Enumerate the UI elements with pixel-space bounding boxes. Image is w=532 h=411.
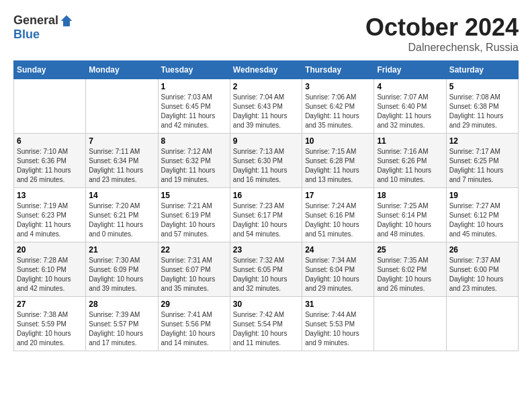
day-detail: Sunrise: 7:30 AMSunset: 6:09 PMDaylight:…: [89, 256, 154, 293]
day-detail: Sunrise: 7:08 AMSunset: 6:38 PMDaylight:…: [449, 93, 515, 130]
calendar-cell: 10Sunrise: 7:15 AMSunset: 6:28 PMDayligh…: [302, 134, 374, 188]
day-detail: Sunrise: 7:06 AMSunset: 6:42 PMDaylight:…: [305, 93, 371, 130]
day-detail: Sunrise: 7:38 AMSunset: 5:59 PMDaylight:…: [17, 310, 83, 348]
day-number: 21: [89, 245, 154, 255]
day-detail: Sunrise: 7:16 AMSunset: 6:26 PMDaylight:…: [377, 147, 443, 185]
day-detail: Sunrise: 7:21 AMSunset: 6:19 PMDaylight:…: [161, 201, 227, 239]
day-detail: Sunrise: 7:07 AMSunset: 6:40 PMDaylight:…: [377, 93, 443, 130]
calendar-cell: 15Sunrise: 7:21 AMSunset: 6:19 PMDayligh…: [158, 188, 230, 242]
day-detail: Sunrise: 7:25 AMSunset: 6:14 PMDaylight:…: [377, 201, 443, 239]
calendar-cell: 29Sunrise: 7:41 AMSunset: 5:56 PMDayligh…: [158, 297, 230, 351]
day-number: 30: [233, 300, 299, 309]
day-detail: Sunrise: 7:44 AMSunset: 5:53 PMDaylight:…: [305, 310, 371, 348]
logo-blue-text: Blue: [13, 28, 40, 42]
calendar-cell: [374, 297, 446, 351]
day-number: 17: [305, 191, 371, 200]
day-number: 12: [449, 136, 515, 146]
calendar-cell: 14Sunrise: 7:20 AMSunset: 6:21 PMDayligh…: [86, 188, 158, 242]
day-detail: Sunrise: 7:19 AMSunset: 6:23 PMDaylight:…: [17, 201, 83, 239]
day-number: 18: [377, 191, 443, 200]
day-number: 3: [305, 82, 371, 91]
location: Dalnerechensk, Russia: [365, 42, 519, 54]
day-number: 29: [161, 300, 227, 309]
logo-icon: [60, 14, 73, 28]
day-detail: Sunrise: 7:39 AMSunset: 5:57 PMDaylight:…: [89, 310, 154, 348]
calendar-cell: [446, 297, 518, 351]
calendar-cell: 18Sunrise: 7:25 AMSunset: 6:14 PMDayligh…: [374, 188, 446, 242]
day-number: 2: [233, 82, 299, 91]
day-number: 11: [377, 136, 443, 146]
day-detail: Sunrise: 7:15 AMSunset: 6:28 PMDaylight:…: [305, 147, 371, 185]
calendar-table: SundayMondayTuesdayWednesdayThursdayFrid…: [13, 60, 519, 351]
calendar-cell: 24Sunrise: 7:34 AMSunset: 6:04 PMDayligh…: [302, 242, 374, 297]
calendar-week-row: 13Sunrise: 7:19 AMSunset: 6:23 PMDayligh…: [14, 188, 519, 242]
day-detail: Sunrise: 7:34 AMSunset: 6:04 PMDaylight:…: [305, 256, 371, 293]
calendar-cell: 7Sunrise: 7:11 AMSunset: 6:34 PMDaylight…: [86, 134, 158, 188]
day-number: 27: [17, 300, 83, 309]
calendar-cell: 31Sunrise: 7:44 AMSunset: 5:53 PMDayligh…: [302, 297, 374, 351]
day-number: 20: [17, 245, 83, 255]
header-row: SundayMondayTuesdayWednesdayThursdayFrid…: [14, 61, 519, 79]
day-number: 24: [305, 245, 371, 255]
day-detail: Sunrise: 7:35 AMSunset: 6:02 PMDaylight:…: [377, 256, 443, 293]
day-number: 10: [305, 136, 371, 146]
calendar-cell: 2Sunrise: 7:04 AMSunset: 6:43 PMDaylight…: [230, 79, 302, 134]
calendar-cell: 11Sunrise: 7:16 AMSunset: 6:26 PMDayligh…: [374, 134, 446, 188]
title-block: October 2024 Dalnerechensk, Russia: [365, 13, 519, 54]
calendar-week-row: 6Sunrise: 7:10 AMSunset: 6:36 PMDaylight…: [14, 134, 519, 188]
logo-general-text: General: [13, 13, 58, 28]
day-number: 1: [161, 82, 227, 91]
calendar-cell: [86, 79, 158, 134]
month-title: October 2024: [365, 13, 519, 42]
calendar-cell: 17Sunrise: 7:24 AMSunset: 6:16 PMDayligh…: [302, 188, 374, 242]
calendar-week-row: 20Sunrise: 7:28 AMSunset: 6:10 PMDayligh…: [14, 242, 519, 297]
day-number: 6: [17, 136, 83, 146]
day-header: Friday: [374, 61, 446, 79]
logo: General Blue: [13, 13, 73, 42]
day-number: 13: [17, 191, 83, 200]
calendar-cell: 19Sunrise: 7:27 AMSunset: 6:12 PMDayligh…: [446, 188, 518, 242]
day-header: Thursday: [302, 61, 374, 79]
day-detail: Sunrise: 7:27 AMSunset: 6:12 PMDaylight:…: [449, 201, 515, 239]
calendar-cell: 22Sunrise: 7:31 AMSunset: 6:07 PMDayligh…: [158, 242, 230, 297]
day-number: 4: [377, 82, 443, 91]
calendar-cell: 30Sunrise: 7:42 AMSunset: 5:54 PMDayligh…: [230, 297, 302, 351]
day-header: Monday: [86, 61, 158, 79]
calendar-cell: 5Sunrise: 7:08 AMSunset: 6:38 PMDaylight…: [446, 79, 518, 134]
day-number: 16: [233, 191, 299, 200]
calendar-cell: 12Sunrise: 7:17 AMSunset: 6:25 PMDayligh…: [446, 134, 518, 188]
calendar-cell: 25Sunrise: 7:35 AMSunset: 6:02 PMDayligh…: [374, 242, 446, 297]
day-detail: Sunrise: 7:11 AMSunset: 6:34 PMDaylight:…: [89, 147, 154, 185]
calendar-cell: 28Sunrise: 7:39 AMSunset: 5:57 PMDayligh…: [86, 297, 158, 351]
calendar-cell: 27Sunrise: 7:38 AMSunset: 5:59 PMDayligh…: [14, 297, 86, 351]
day-detail: Sunrise: 7:13 AMSunset: 6:30 PMDaylight:…: [233, 147, 299, 185]
day-detail: Sunrise: 7:42 AMSunset: 5:54 PMDaylight:…: [233, 310, 299, 348]
day-number: 14: [89, 191, 154, 200]
calendar-week-row: 27Sunrise: 7:38 AMSunset: 5:59 PMDayligh…: [14, 297, 519, 351]
calendar-cell: 23Sunrise: 7:32 AMSunset: 6:05 PMDayligh…: [230, 242, 302, 297]
day-detail: Sunrise: 7:37 AMSunset: 6:00 PMDaylight:…: [449, 256, 515, 293]
calendar-cell: 20Sunrise: 7:28 AMSunset: 6:10 PMDayligh…: [14, 242, 86, 297]
calendar-cell: 6Sunrise: 7:10 AMSunset: 6:36 PMDaylight…: [14, 134, 86, 188]
day-number: 15: [161, 191, 227, 200]
day-header: Wednesday: [230, 61, 302, 79]
day-detail: Sunrise: 7:23 AMSunset: 6:17 PMDaylight:…: [233, 201, 299, 239]
calendar-cell: 1Sunrise: 7:03 AMSunset: 6:45 PMDaylight…: [158, 79, 230, 134]
day-number: 8: [161, 136, 227, 146]
calendar-cell: 16Sunrise: 7:23 AMSunset: 6:17 PMDayligh…: [230, 188, 302, 242]
calendar-cell: 4Sunrise: 7:07 AMSunset: 6:40 PMDaylight…: [374, 79, 446, 134]
day-detail: Sunrise: 7:04 AMSunset: 6:43 PMDaylight:…: [233, 93, 299, 130]
day-detail: Sunrise: 7:32 AMSunset: 6:05 PMDaylight:…: [233, 256, 299, 293]
day-detail: Sunrise: 7:10 AMSunset: 6:36 PMDaylight:…: [17, 147, 83, 185]
day-number: 26: [449, 245, 515, 255]
day-detail: Sunrise: 7:12 AMSunset: 6:32 PMDaylight:…: [161, 147, 227, 185]
calendar-cell: 13Sunrise: 7:19 AMSunset: 6:23 PMDayligh…: [14, 188, 86, 242]
calendar-cell: 21Sunrise: 7:30 AMSunset: 6:09 PMDayligh…: [86, 242, 158, 297]
day-number: 5: [449, 82, 515, 91]
day-detail: Sunrise: 7:03 AMSunset: 6:45 PMDaylight:…: [161, 93, 227, 130]
day-number: 19: [449, 191, 515, 200]
day-detail: Sunrise: 7:31 AMSunset: 6:07 PMDaylight:…: [161, 256, 227, 293]
page-header: General Blue October 2024 Dalnerechensk,…: [13, 13, 519, 54]
day-detail: Sunrise: 7:24 AMSunset: 6:16 PMDaylight:…: [305, 201, 371, 239]
day-number: 31: [305, 300, 371, 309]
